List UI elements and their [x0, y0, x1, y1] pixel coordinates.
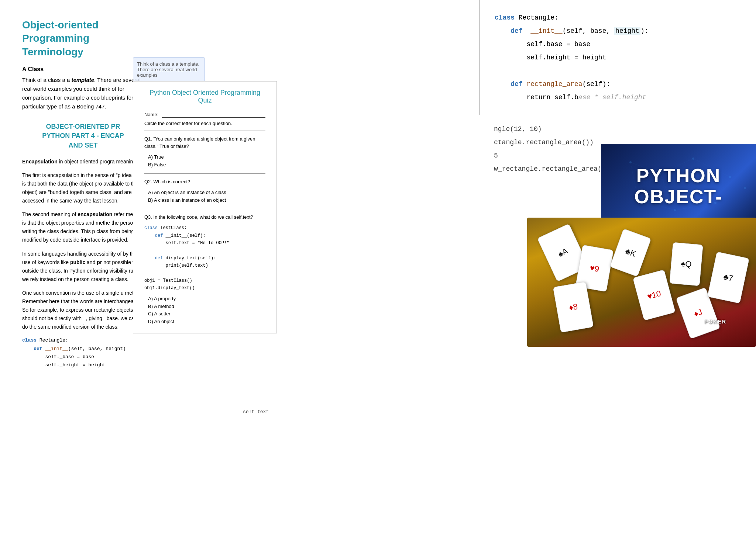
q3-option-c: C) A setter [148, 310, 265, 318]
card-5: ♥10 [633, 270, 676, 321]
cards-decoration: ♠A ♥9 ♦8 ♣K ♥10 ♠Q ♦J ♣7 POKER [527, 218, 756, 347]
encap-para5: One such convention is the use of a sing… [22, 289, 144, 331]
q2-option-b: B) A class is an instance of an object [148, 197, 265, 204]
main-title: Object-oriented Programming Terminology [22, 18, 144, 59]
q3-option-a: A) A property [148, 295, 265, 303]
q1-option-a: A) True [148, 153, 265, 161]
cards-image: ♠A ♥9 ♦8 ♣K ♥10 ♠Q ♦J ♣7 POKER [527, 218, 756, 347]
section-a-class: A Class Think of a class a a template. T… [22, 66, 144, 111]
question-1-text: Q1. "You can only make a single object f… [144, 135, 265, 150]
python-oop-image: PYTHON OBJECT- [601, 144, 756, 229]
a-class-body: Think of a class a a template. There are… [22, 76, 144, 111]
left-panel: Object-oriented Programming Terminology … [22, 18, 144, 369]
quiz-panel: Python Object Oriented Programming Quiz … [133, 81, 277, 333]
poker-label: POKER [704, 319, 726, 325]
card-4: ♣K [610, 229, 652, 277]
a-class-heading: A Class [22, 66, 144, 73]
code-area: class Rectangle: def __init__(self, base… [479, 0, 756, 115]
section-encapsulation: OBJECT-ORIENTED PRPYTHON PART 4 - ENCAPA… [22, 122, 144, 369]
quiz-name-line: Name: [144, 111, 265, 118]
quiz-divider-1 [144, 131, 265, 131]
q3-option-b: B) A method [148, 303, 265, 311]
card-8: ♣7 [707, 252, 749, 304]
name-label: Name: [144, 112, 158, 117]
encap-para1: Encapsulation in object oriented progra … [22, 158, 144, 166]
q2-option-a: A) An object is an instance of a class [148, 189, 265, 197]
card-6: ♠Q [669, 242, 703, 286]
encap-subtitle: OBJECT-ORIENTED PRPYTHON PART 4 - ENCAPA… [22, 122, 144, 150]
question-3-text: Q3. In the following code, what do we ca… [144, 214, 265, 221]
quiz-title: Python Object Oriented Programming Quiz [144, 89, 265, 104]
tooltip-overlay: Think of a class a a template. There are… [133, 57, 205, 85]
card-3: ♦8 [553, 281, 594, 333]
q1-option-b: B) False [148, 161, 265, 169]
q3-option-d: D) An object [148, 318, 265, 326]
quiz-divider-2 [144, 173, 265, 174]
encap-para2: The first is encapsulation in the sense … [22, 171, 144, 205]
q3-code-block: class TestClass: def __init__(self): sel… [144, 224, 265, 292]
name-field[interactable] [162, 111, 265, 118]
code-block-left: class Rectangle: def __init__(self, base… [22, 336, 144, 369]
python-title: PYTHON OBJECT- [601, 165, 756, 207]
self-text-label: self text [243, 409, 269, 415]
quiz-instruction: Circle the correct letter for each quest… [144, 121, 265, 126]
quiz-divider-3 [144, 209, 265, 209]
question-2-text: Q2. Which is correct? [144, 178, 265, 186]
encap-para3: The second meaning of encapsulation refe… [22, 210, 144, 244]
encap-para4: In some languages handling accessibility… [22, 250, 144, 284]
right-panel: class Rectangle: def __init__(self, base… [479, 0, 756, 183]
